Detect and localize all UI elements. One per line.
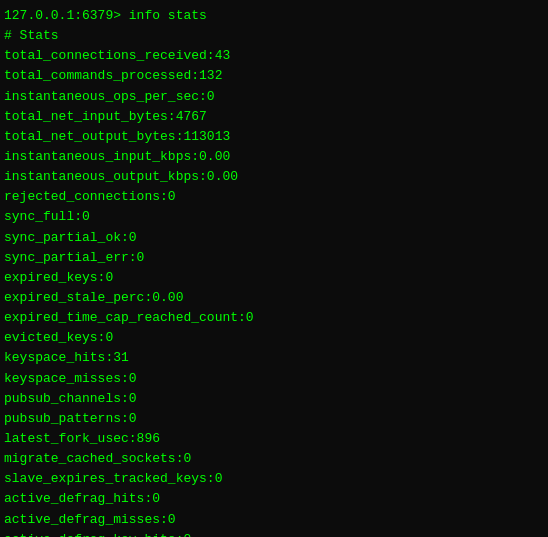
stat-line: active_defrag_key_hits:0 xyxy=(4,530,544,537)
stat-line: instantaneous_output_kbps:0.00 xyxy=(4,167,544,187)
stat-line: instantaneous_input_kbps:0.00 xyxy=(4,147,544,167)
stat-line: evicted_keys:0 xyxy=(4,328,544,348)
stat-line: sync_full:0 xyxy=(4,207,544,227)
stat-line: active_defrag_misses:0 xyxy=(4,510,544,530)
stat-line: latest_fork_usec:896 xyxy=(4,429,544,449)
stat-line: total_connections_received:43 xyxy=(4,46,544,66)
stat-line: total_net_input_bytes:4767 xyxy=(4,107,544,127)
stat-line: instantaneous_ops_per_sec:0 xyxy=(4,87,544,107)
stat-line: total_commands_processed:132 xyxy=(4,66,544,86)
terminal-window: 127.0.0.1:6379> info stats# Statstotal_c… xyxy=(0,0,548,537)
stat-line: keyspace_misses:0 xyxy=(4,369,544,389)
stat-line: active_defrag_hits:0 xyxy=(4,489,544,509)
stat-line: pubsub_patterns:0 xyxy=(4,409,544,429)
stat-line: expired_time_cap_reached_count:0 xyxy=(4,308,544,328)
stat-line: expired_keys:0 xyxy=(4,268,544,288)
stat-line: migrate_cached_sockets:0 xyxy=(4,449,544,469)
stat-line: sync_partial_ok:0 xyxy=(4,228,544,248)
stat-line: expired_stale_perc:0.00 xyxy=(4,288,544,308)
prompt-line: 127.0.0.1:6379> info stats xyxy=(4,6,544,26)
stat-line: pubsub_channels:0 xyxy=(4,389,544,409)
stat-line: total_net_output_bytes:113013 xyxy=(4,127,544,147)
stat-line: slave_expires_tracked_keys:0 xyxy=(4,469,544,489)
section-header: # Stats xyxy=(4,26,544,46)
stat-line: keyspace_hits:31 xyxy=(4,348,544,368)
stat-line: rejected_connections:0 xyxy=(4,187,544,207)
stat-line: sync_partial_err:0 xyxy=(4,248,544,268)
